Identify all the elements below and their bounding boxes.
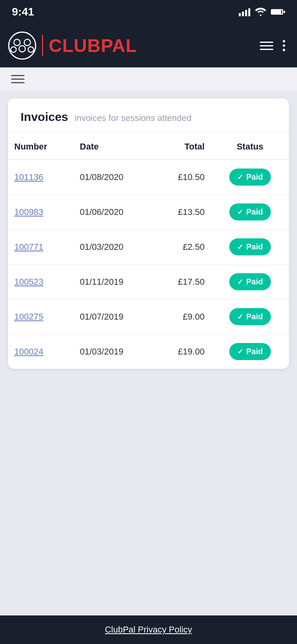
- logo-club: CLUB: [49, 35, 101, 56]
- invoice-number-100983[interactable]: 100983: [14, 207, 43, 217]
- table-row: 100983 01/06/2020 £13.50 Paid: [8, 195, 289, 230]
- invoice-status: Paid: [211, 334, 289, 369]
- paid-badge: Paid: [229, 308, 271, 325]
- invoice-status: Paid: [211, 264, 289, 299]
- col-date: Date: [74, 132, 154, 159]
- wifi-icon: [255, 8, 266, 16]
- paid-badge: Paid: [229, 169, 271, 186]
- logo-divider: [42, 35, 43, 56]
- svg-point-9: [28, 47, 34, 52]
- header-actions: [260, 40, 285, 51]
- signal-icon: [239, 8, 250, 16]
- logo-icon: [8, 31, 36, 60]
- invoice-total: £13.50: [154, 195, 211, 230]
- svg-point-7: [19, 46, 25, 52]
- logo-pal: PAL: [101, 35, 137, 56]
- logo-text: CLUBPAL: [49, 35, 137, 56]
- invoice-total: £2.50: [154, 230, 211, 264]
- svg-rect-3: [284, 11, 285, 13]
- invoice-date: 01/06/2020: [74, 195, 154, 230]
- paid-badge: Paid: [229, 238, 271, 255]
- invoice-total: £17.50: [154, 264, 211, 299]
- invoice-date: 01/03/2019: [74, 334, 154, 369]
- privacy-policy-link[interactable]: ClubPal Privacy Policy: [105, 625, 192, 635]
- header-hamburger-icon[interactable]: [260, 42, 273, 50]
- invoice-number-100523[interactable]: 100523: [14, 277, 43, 287]
- invoice-date: 01/07/2019: [74, 299, 154, 334]
- invoice-number-100771[interactable]: 100771: [14, 242, 43, 252]
- main-content: Invoices invoices for sessions attended …: [0, 90, 297, 615]
- invoices-subtitle: invoices for sessions attended: [75, 113, 192, 123]
- logo-area: CLUBPAL: [8, 31, 137, 60]
- table-row: 100771 01/03/2020 £2.50 Paid: [8, 230, 289, 264]
- invoice-number-100024[interactable]: 100024: [14, 347, 43, 356]
- invoice-total: £10.50: [154, 159, 211, 195]
- invoice-total: £19.00: [154, 334, 211, 369]
- invoices-title: Invoices: [21, 110, 68, 123]
- footer: ClubPal Privacy Policy: [0, 615, 297, 644]
- invoice-date: 01/11/2019: [74, 264, 154, 299]
- invoices-card: Invoices invoices for sessions attended …: [8, 98, 289, 369]
- svg-point-6: [24, 39, 30, 46]
- paid-badge: Paid: [229, 203, 271, 220]
- invoice-number-101136[interactable]: 101136: [14, 172, 43, 182]
- status-bar: 9:41: [0, 0, 297, 24]
- paid-badge: Paid: [229, 343, 271, 360]
- table-row: 100523 01/11/2019 £17.50 Paid: [8, 264, 289, 299]
- table-row: 100275 01/07/2019 £9.00 Paid: [8, 299, 289, 334]
- invoice-date: 01/08/2020: [74, 159, 154, 195]
- sub-nav: [0, 67, 297, 90]
- svg-rect-2: [272, 10, 281, 14]
- invoices-header: Invoices invoices for sessions attended: [8, 98, 289, 132]
- header: CLUBPAL: [0, 24, 297, 67]
- table-row: 100024 01/03/2019 £19.00 Paid: [8, 334, 289, 369]
- invoices-table: Number Date Total Status 101136 01/08/20…: [8, 132, 289, 369]
- status-time: 9:41: [12, 6, 34, 18]
- table-row: 101136 01/08/2020 £10.50 Paid: [8, 159, 289, 195]
- invoice-status: Paid: [211, 230, 289, 264]
- invoice-status: Paid: [211, 159, 289, 195]
- paid-badge: Paid: [229, 273, 271, 290]
- sub-nav-hamburger-icon[interactable]: [11, 75, 25, 83]
- invoice-status: Paid: [211, 195, 289, 230]
- invoice-status: Paid: [211, 299, 289, 334]
- col-number: Number: [8, 132, 74, 159]
- table-header-row: Number Date Total Status: [8, 132, 289, 159]
- invoice-date: 01/03/2020: [74, 230, 154, 264]
- svg-point-5: [14, 39, 20, 46]
- svg-point-8: [11, 47, 16, 52]
- header-dots-icon[interactable]: [283, 40, 285, 51]
- invoice-total: £9.00: [154, 299, 211, 334]
- col-status: Status: [211, 132, 289, 159]
- col-total: Total: [154, 132, 211, 159]
- invoice-number-100275[interactable]: 100275: [14, 312, 43, 322]
- status-icons: [239, 8, 285, 16]
- battery-icon: [271, 8, 285, 15]
